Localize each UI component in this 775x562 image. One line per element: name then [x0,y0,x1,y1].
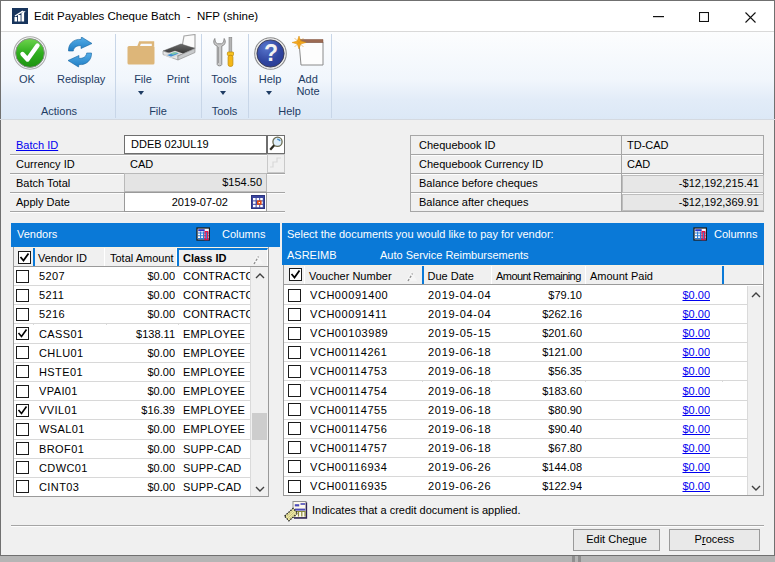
svg-text:?: ? [264,40,278,66]
